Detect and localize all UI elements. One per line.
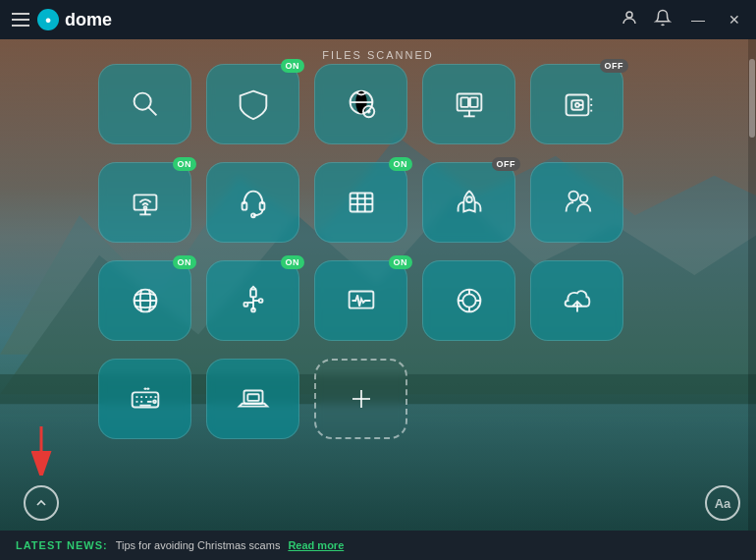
- tile-support[interactable]: [206, 162, 299, 243]
- scrollbar-thumb[interactable]: [749, 59, 755, 138]
- tile-system[interactable]: ON: [314, 260, 407, 341]
- tile-laptop[interactable]: [206, 359, 299, 439]
- tile-web-protection[interactable]: [314, 64, 407, 144]
- svg-point-42: [579, 195, 587, 202]
- svg-point-0: [626, 12, 632, 18]
- minimize-button[interactable]: —: [687, 10, 709, 29]
- badge-on: ON: [281, 59, 305, 73]
- svg-rect-20: [469, 97, 477, 107]
- tile-antivirus[interactable]: ON: [206, 64, 299, 144]
- svg-point-23: [575, 103, 579, 107]
- svg-point-31: [143, 206, 146, 209]
- tile-usb[interactable]: ON: [206, 260, 299, 341]
- svg-point-40: [466, 196, 472, 202]
- tile-touch[interactable]: OFF: [422, 162, 515, 243]
- tile-firewall[interactable]: ON: [314, 162, 407, 243]
- tile-parental[interactable]: [530, 162, 623, 243]
- tile-add[interactable]: [314, 359, 407, 439]
- tile-cloud[interactable]: [530, 260, 623, 341]
- tile-vault[interactable]: OFF: [530, 64, 623, 144]
- files-scanned-label: FILES SCANNED: [0, 49, 756, 61]
- tile-scan[interactable]: [98, 64, 191, 144]
- tile-screen[interactable]: [422, 64, 515, 144]
- titlebar-right: — ✕: [621, 9, 744, 30]
- scroll-arrow-icon: [20, 422, 63, 476]
- titlebar: ● dome — ✕: [0, 0, 756, 39]
- svg-point-54: [462, 294, 475, 307]
- tile-monitor-wifi[interactable]: ON: [98, 162, 191, 243]
- tiles-grid: ON OFF: [98, 64, 736, 447]
- news-text: Tips for avoiding Christmas scams: [116, 539, 281, 551]
- svg-point-41: [568, 192, 578, 201]
- badge-off: OFF: [600, 59, 629, 73]
- tile-browser[interactable]: ON: [98, 260, 191, 341]
- svg-rect-45: [250, 290, 256, 298]
- badge-off: OFF: [492, 157, 521, 171]
- svg-rect-72: [247, 394, 258, 401]
- logo: ● dome: [37, 9, 112, 30]
- badge-on: ON: [173, 255, 197, 269]
- news-link[interactable]: Read more: [288, 539, 344, 551]
- scroll-up-button[interactable]: [24, 485, 59, 521]
- news-label: LATEST NEWS:: [16, 539, 108, 551]
- badge-on: ON: [389, 157, 413, 171]
- svg-rect-35: [350, 194, 372, 212]
- hamburger-menu[interactable]: [12, 13, 29, 27]
- tile-rescue[interactable]: [422, 260, 515, 341]
- scrollbar[interactable]: [748, 39, 756, 531]
- bell-icon[interactable]: [654, 9, 672, 30]
- tile-keyboard[interactable]: [98, 359, 191, 439]
- font-size-button[interactable]: Aa: [705, 485, 740, 521]
- svg-rect-19: [460, 97, 468, 107]
- left-controls: [20, 64, 63, 521]
- newsbar: LATEST NEWS: Tips for avoiding Christmas…: [0, 531, 756, 560]
- user-icon[interactable]: [621, 9, 638, 30]
- badge-on: ON: [281, 255, 305, 269]
- badge-on: ON: [173, 157, 197, 171]
- badge-on: ON: [389, 255, 413, 269]
- svg-point-50: [258, 299, 262, 303]
- titlebar-left: ● dome: [12, 9, 112, 30]
- svg-rect-21: [566, 95, 588, 116]
- logo-icon: ●: [37, 9, 59, 30]
- svg-rect-48: [243, 303, 247, 307]
- logo-text: dome: [65, 10, 112, 30]
- svg-line-9: [147, 107, 156, 116]
- svg-point-70: [153, 400, 156, 403]
- close-button[interactable]: ✕: [725, 10, 744, 29]
